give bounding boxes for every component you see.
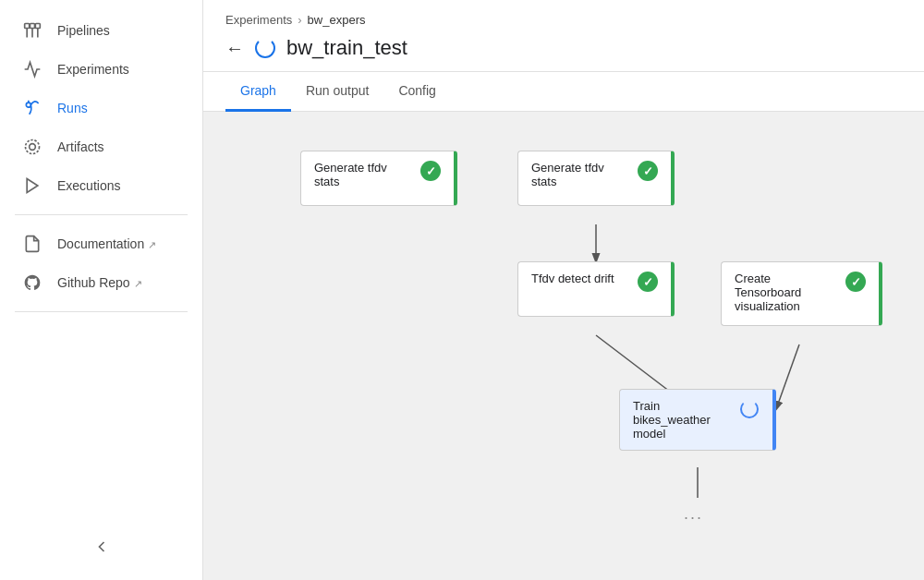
sidebar-divider (15, 214, 188, 215)
svg-line-12 (776, 344, 799, 409)
sidebar-item-pipelines[interactable]: Pipelines (0, 11, 202, 50)
sidebar-item-documentation[interactable]: Documentation ↗ (0, 224, 202, 263)
sidebar-item-executions-label: Executions (57, 178, 120, 193)
sidebar-item-github[interactable]: Github Repo ↗ (0, 263, 202, 302)
node-generate-tfdv-1-label: Generate tfdv stats (314, 161, 413, 188)
page-title: bw_train_test (286, 36, 407, 60)
sidebar-item-runs[interactable]: Runs (0, 89, 202, 127)
sidebar-item-experiments[interactable]: Experiments (0, 50, 202, 89)
back-button[interactable]: ← (225, 38, 244, 59)
breadcrumb-experiments[interactable]: Experiments (225, 13, 292, 27)
node-train-bikes-weather-label: Train bikes_weather model (633, 399, 732, 441)
node-tfdv-detect-drift[interactable]: Tfdv detect drift ✓ (517, 261, 675, 317)
graph-area: Generate tfdv stats ✓ Generate tfdv stat… (203, 112, 924, 580)
sidebar-item-runs-label: Runs (57, 101, 88, 115)
breadcrumb-separator: › (298, 13, 301, 27)
svg-point-6 (26, 103, 30, 107)
runs-icon (22, 98, 43, 118)
svg-marker-9 (27, 179, 38, 193)
node-tfdv-detect-drift-label: Tfdv detect drift (531, 272, 630, 285)
executions-icon (22, 175, 43, 196)
node-create-tensorboard-label: Create Tensorboard visualization (735, 272, 838, 313)
tab-graph[interactable]: Graph (225, 72, 291, 112)
node-create-tensorboard[interactable]: Create Tensorboard visualization ✓ (721, 261, 882, 326)
svg-rect-2 (35, 24, 40, 29)
sidebar-item-artifacts[interactable]: Artifacts (0, 127, 202, 166)
svg-point-7 (30, 144, 36, 151)
svg-rect-0 (25, 24, 30, 29)
collapse-button[interactable] (0, 528, 202, 565)
tab-run-output[interactable]: Run output (291, 72, 384, 112)
node-generate-tfdv-2-status: ✓ (638, 161, 658, 181)
tab-config[interactable]: Config (383, 72, 450, 112)
sidebar-item-github-label: Github Repo ↗ (57, 275, 142, 290)
tabs-row: Graph Run output Config (203, 72, 924, 112)
main-content: Experiments › bw_expers ← bw_train_test … (203, 0, 924, 580)
sidebar-item-executions[interactable]: Executions (0, 166, 202, 205)
node-generate-tfdv-2[interactable]: Generate tfdv stats ✓ (517, 151, 675, 206)
breadcrumb-current: bw_expers (308, 13, 366, 27)
svg-point-8 (26, 140, 40, 154)
node-create-tensorboard-status: ✓ (845, 272, 866, 292)
sidebar-item-artifacts-label: Artifacts (57, 139, 104, 154)
experiments-icon (22, 59, 43, 79)
sidebar-item-pipelines-label: Pipelines (57, 23, 110, 38)
graph-more-dots: ... (684, 504, 703, 524)
page-header: ← bw_train_test (203, 30, 924, 72)
sidebar-item-experiments-label: Experiments (57, 62, 129, 77)
doc-icon (22, 234, 43, 254)
artifacts-icon (22, 137, 43, 157)
node-tfdv-detect-drift-status: ✓ (638, 272, 658, 292)
node-generate-tfdv-1[interactable]: Generate tfdv stats ✓ (300, 151, 457, 206)
breadcrumb: Experiments › bw_expers (203, 0, 924, 30)
sidebar-divider-2 (15, 311, 188, 312)
github-icon (22, 272, 43, 293)
loading-spinner (255, 38, 275, 58)
sidebar: Pipelines Experiments Runs (0, 0, 203, 580)
node-train-bikes-weather-status (739, 399, 760, 419)
svg-rect-1 (30, 24, 35, 29)
node-generate-tfdv-2-label: Generate tfdv stats (531, 161, 630, 188)
node-generate-tfdv-1-status: ✓ (420, 161, 441, 181)
sidebar-item-documentation-label: Documentation ↗ (57, 236, 156, 251)
pipeline-icon (22, 20, 43, 41)
node-train-bikes-weather[interactable]: Train bikes_weather model (619, 389, 776, 451)
